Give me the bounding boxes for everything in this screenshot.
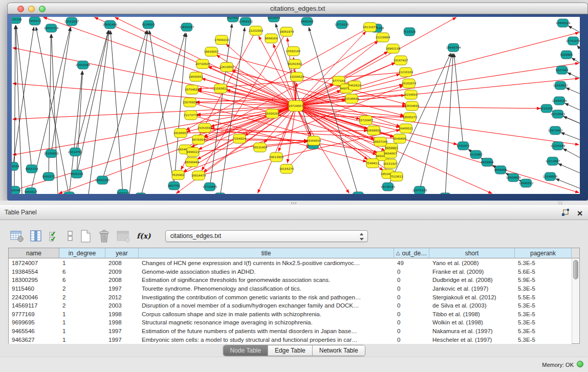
graph-node-label: 15718485 [203,185,217,188]
table-column-icon[interactable] [30,230,42,243]
citation-edge-black[interactable] [149,31,174,186]
citation-edge-black[interactable] [77,71,82,174]
panel-splitter[interactable] [0,201,588,205]
citation-edge-black[interactable] [420,54,452,190]
table-cell: 0 [394,277,429,283]
table-cell: 1 [59,319,105,325]
citation-edge-black[interactable] [558,164,580,173]
table-cell: 0 [394,269,429,275]
citation-edge-black[interactable] [569,26,580,32]
table-settings-icon[interactable] [10,230,24,243]
table-row[interactable]: 1938455462009Genome-wide association stu… [9,268,572,276]
citation-edge-black[interactable] [51,28,71,154]
network-canvas[interactable]: 9155334790557224055724105532872069140681… [12,17,580,194]
column-header-short[interactable]: short [429,248,515,258]
graph-node-label: 21229984 [376,36,390,39]
column-header-year[interactable]: year [105,248,139,258]
citation-edge-red[interactable] [296,33,579,106]
graph-node-label: 10719155 [335,23,350,26]
column-header-name[interactable]: name [9,248,59,258]
table-cell: 5.3E-5 [515,302,572,309]
graph-node[interactable] [353,192,364,194]
select-rows-icon[interactable] [49,230,60,243]
graph-node[interactable] [64,192,75,194]
tab-edge-table[interactable]: Edge Table [268,345,313,356]
graph-node-label: 16962138 [386,47,401,50]
table-row[interactable]: 1830029562008Estimation of significance … [9,276,572,285]
citation-edge-black[interactable] [454,54,463,146]
table-row[interactable]: 1872400712008Changes of HCN gene express… [9,259,572,268]
graph-node[interactable] [440,193,451,194]
graph-node-label: 9055724 [26,167,38,170]
tab-node-table[interactable]: Node Table [223,345,268,356]
new-document-icon[interactable] [80,229,92,243]
graph-node-label: 10973493 [548,129,563,132]
table-row[interactable]: 911546021997Tourette syndrome. Phenomeno… [9,285,572,293]
citation-edge-red[interactable] [193,141,308,152]
tab-network-table[interactable]: Network Table [313,345,365,356]
graph-node[interactable] [215,193,226,194]
citation-edge-black[interactable] [561,133,580,140]
citation-edge-black[interactable] [102,31,147,180]
citation-edge-red[interactable] [196,95,411,102]
citation-edge-red[interactable] [227,90,296,106]
table-row[interactable]: 969969511998Structural magnetic resonanc… [9,318,572,327]
citation-edge-black[interactable] [565,103,580,110]
citation-edge-black[interactable] [445,54,453,194]
column-header-title[interactable]: title [139,248,394,258]
citation-edge-red[interactable] [296,106,579,192]
table-cell: Estimation of the future numbers of pati… [139,328,394,334]
column-header-pagerank[interactable]: pagerank [515,248,572,258]
citation-edge-red[interactable] [13,106,296,119]
table-row[interactable]: 1456911722003Disruption of a novel membe… [9,301,572,310]
citation-edge-black[interactable] [89,31,109,194]
close-window-button[interactable] [17,6,24,12]
graph-node-label: 18131679 [363,26,378,29]
citation-edge-black[interactable] [572,58,580,63]
function-builder-icon[interactable]: f(x) [137,232,151,240]
resize-grip-icon[interactable] [558,201,562,205]
graph-node-label: 12610651 [220,65,234,69]
table-selector-dropdown[interactable]: citations_edges.txt [165,230,368,242]
memory-ok-icon[interactable] [577,361,583,367]
row-height-icon[interactable] [67,230,74,243]
memory-status-label: Memory: OK [542,362,574,368]
table-cell: 5.5E-5 [515,294,572,300]
table-row[interactable]: 946362711997Embryonic stem cells: a mode… [9,335,572,344]
citation-edge-black[interactable] [141,33,185,194]
table-row[interactable]: 2242004622012Investigating the contribut… [9,293,572,301]
close-panel-icon[interactable]: ✕ [577,210,583,217]
vertical-scrollbar[interactable] [572,259,579,343]
citation-edge-black[interactable] [129,31,148,194]
table-cell: 9777169 [9,311,59,317]
table-row[interactable]: 977716911998Corpus callosum shape and si… [9,310,572,319]
graph-node-label: 8466160 [301,20,314,23]
citation-edge-black[interactable] [563,117,580,123]
delete-icon[interactable] [98,229,111,243]
citation-edge-red[interactable] [197,115,410,117]
citation-edge-red[interactable] [296,106,349,193]
citation-edge-black[interactable] [111,31,123,193]
table-row[interactable]: 946554611997Estimation of the future num… [9,327,572,336]
window-titlebar[interactable]: citations_edges.txt [7,3,588,14]
graph-node-label: 16489521 [399,127,413,130]
citation-edge-black[interactable] [568,73,580,78]
graph-node[interactable] [136,193,146,194]
graph-node-label: 9684067 [384,152,397,155]
citation-edge-red[interactable] [296,106,579,145]
citation-edge-black[interactable] [51,34,58,194]
scrollbar-thumb[interactable] [573,260,578,279]
citation-edge-black[interactable] [577,46,580,49]
column-header-in-degree[interactable]: in_degree [59,248,105,258]
minimize-window-button[interactable] [28,6,35,12]
zoom-window-button[interactable] [39,6,46,12]
splitter-grip-icon[interactable] [291,202,297,204]
column-header-out-degree[interactable]: △out_de… [394,248,429,258]
citation-edge-black[interactable] [566,88,580,94]
float-panel-icon[interactable] [561,209,570,218]
graph-node-label: 16162874 [402,82,417,85]
table-cell: 1997 [105,286,139,292]
citation-edge-black[interactable] [13,27,34,166]
citation-edge-black[interactable] [563,149,580,158]
graph-node-label: 14136141 [381,185,396,188]
